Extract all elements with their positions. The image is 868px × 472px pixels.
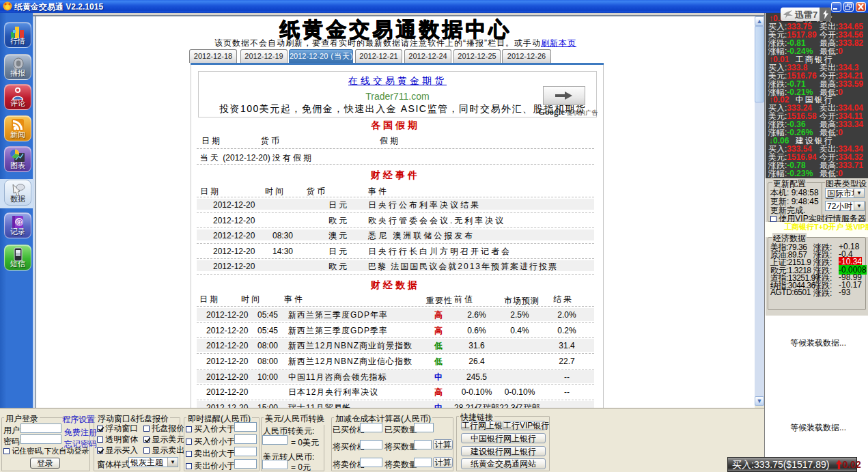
svg-text:@: @ [15, 218, 23, 226]
